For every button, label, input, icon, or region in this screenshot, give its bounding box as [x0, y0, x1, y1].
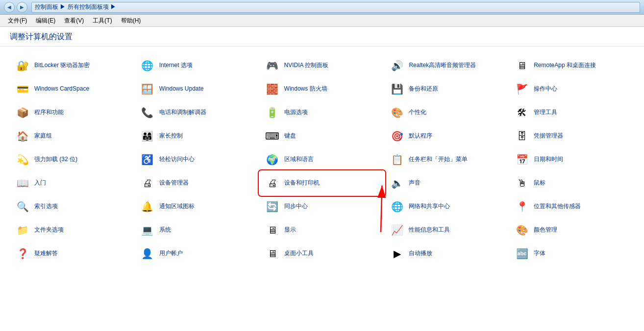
- control-item-43[interactable]: ▶自动播放: [384, 242, 509, 265]
- item-icon-4: 🖥: [514, 58, 530, 73]
- control-item-34[interactable]: 📍位置和其他传感器: [509, 195, 634, 218]
- control-item-40[interactable]: ❓疑难解答: [10, 242, 135, 265]
- menu-tools[interactable]: 工具(T): [89, 15, 116, 26]
- forward-button[interactable]: ▶: [17, 2, 27, 13]
- item-icon-43: ▶: [389, 246, 405, 261]
- item-label-21: 轻松访问中心: [159, 156, 195, 164]
- control-item-37[interactable]: 🖥显示: [260, 218, 385, 242]
- control-item-44[interactable]: 🔤字体: [509, 242, 634, 265]
- item-label-17: 键盘: [284, 132, 296, 140]
- control-item-7[interactable]: 🧱Windows 防火墙: [260, 77, 385, 101]
- control-item-20[interactable]: 💫强力卸载 (32 位): [10, 148, 135, 171]
- control-item-42[interactable]: 🖥桌面小工具: [260, 242, 385, 265]
- item-icon-10: 📦: [15, 105, 30, 120]
- control-item-15[interactable]: 🏠家庭组: [10, 124, 135, 148]
- control-item-17[interactable]: ⌨键盘: [260, 124, 385, 148]
- item-icon-38: 📈: [389, 222, 405, 238]
- item-icon-23: 📋: [389, 152, 405, 167]
- item-icon-44: 🔤: [514, 246, 530, 261]
- menu-edit[interactable]: 编辑(E): [32, 15, 59, 26]
- items-grid: 🔐BitLocker 驱动器加密🌐Internet 选项🎮NVIDIA 控制面板…: [10, 54, 634, 265]
- control-item-33[interactable]: 🌐网络和共享中心: [384, 195, 509, 218]
- control-item-29[interactable]: 🖱鼠标: [509, 171, 634, 195]
- control-item-32[interactable]: 🔄同步中心: [260, 195, 385, 218]
- control-item-24[interactable]: 📅日期和时间: [509, 148, 634, 171]
- item-icon-6: 🪟: [140, 81, 155, 97]
- control-item-14[interactable]: 🛠管理工具: [509, 101, 634, 124]
- item-label-31: 通知区域图标: [159, 203, 195, 211]
- control-item-35[interactable]: 📁文件夹选项: [10, 218, 135, 242]
- control-item-27[interactable]: 🖨设备和打印机: [260, 171, 385, 195]
- control-item-6[interactable]: 🪟Windows Update: [135, 77, 260, 101]
- control-item-23[interactable]: 📋任务栏和「开始」菜单: [384, 148, 509, 171]
- item-label-19: 凭据管理器: [534, 132, 563, 140]
- item-icon-27: 🖨: [265, 175, 280, 191]
- breadcrumb[interactable]: 控制面板 ▶ 所有控制面板项 ▶: [31, 2, 640, 13]
- control-item-28[interactable]: 🔈声音: [384, 171, 509, 195]
- item-label-8: 备份和还原: [409, 85, 438, 93]
- item-icon-14: 🛠: [514, 105, 530, 120]
- item-icon-21: ♿: [140, 152, 155, 167]
- control-item-13[interactable]: 🎨个性化: [384, 101, 509, 124]
- main-content: 🔐BitLocker 驱动器加密🌐Internet 选项🎮NVIDIA 控制面板…: [0, 47, 644, 329]
- control-item-1[interactable]: 🌐Internet 选项: [135, 54, 260, 77]
- control-item-18[interactable]: 🎯默认程序: [384, 124, 509, 148]
- item-icon-33: 🌐: [389, 199, 405, 214]
- control-item-38[interactable]: 📈性能信息和工具: [384, 218, 509, 242]
- control-item-8[interactable]: 💾备份和还原: [384, 77, 509, 101]
- item-icon-22: 🌍: [265, 152, 280, 167]
- item-label-5: Windows CardSpace: [34, 85, 89, 93]
- item-label-25: 入门: [34, 179, 46, 187]
- control-item-16[interactable]: 👨‍👩‍👧家长控制: [135, 124, 260, 148]
- control-item-10[interactable]: 📦程序和功能: [10, 101, 135, 124]
- item-icon-20: 💫: [15, 152, 30, 167]
- item-label-29: 鼠标: [534, 179, 545, 187]
- control-item-39[interactable]: 🎨颜色管理: [509, 218, 634, 242]
- item-label-34: 位置和其他传感器: [534, 203, 581, 211]
- control-item-25[interactable]: 📖入门: [10, 171, 135, 195]
- item-label-26: 设备管理器: [159, 179, 189, 187]
- item-label-15: 家庭组: [34, 132, 52, 140]
- item-label-36: 系统: [159, 226, 171, 234]
- control-item-11[interactable]: 📞电话和调制解调器: [135, 101, 260, 124]
- item-icon-16: 👨‍👩‍👧: [140, 128, 155, 144]
- item-label-37: 显示: [284, 226, 296, 234]
- item-label-32: 同步中心: [284, 203, 308, 211]
- menu-help[interactable]: 帮助(H): [117, 15, 145, 26]
- page-title: 调整计算机的设置: [10, 32, 634, 42]
- item-label-28: 声音: [409, 179, 421, 187]
- control-item-12[interactable]: 🔋电源选项: [260, 101, 385, 124]
- item-label-22: 区域和语言: [284, 156, 314, 164]
- item-label-10: 程序和功能: [34, 109, 64, 117]
- item-label-4: RemoteApp 和桌面连接: [534, 62, 596, 70]
- control-item-30[interactable]: 🔍索引选项: [10, 195, 135, 218]
- back-button[interactable]: ◀: [4, 2, 15, 13]
- item-icon-35: 📁: [15, 222, 30, 238]
- control-item-9[interactable]: 🚩操作中心: [509, 77, 634, 101]
- item-label-18: 默认程序: [409, 132, 432, 140]
- item-icon-17: ⌨: [265, 128, 280, 144]
- item-label-3: Realtek高清晰音频管理器: [409, 62, 476, 70]
- item-label-14: 管理工具: [534, 109, 557, 117]
- control-item-5[interactable]: 💳Windows CardSpace: [10, 77, 135, 101]
- item-icon-1: 🌐: [140, 58, 155, 73]
- control-item-19[interactable]: 🗄凭据管理器: [509, 124, 634, 148]
- control-item-26[interactable]: 🖨设备管理器: [135, 171, 260, 195]
- item-label-40: 疑难解答: [34, 250, 58, 258]
- item-icon-0: 🔐: [15, 58, 30, 73]
- control-item-22[interactable]: 🌍区域和语言: [260, 148, 385, 171]
- item-icon-7: 🧱: [265, 81, 280, 97]
- items-grid-wrapper: 🔐BitLocker 驱动器加密🌐Internet 选项🎮NVIDIA 控制面板…: [10, 54, 634, 265]
- control-item-2[interactable]: 🎮NVIDIA 控制面板: [260, 54, 385, 77]
- menu-file[interactable]: 文件(F): [4, 15, 31, 26]
- control-item-3[interactable]: 🔊Realtek高清晰音频管理器: [384, 54, 509, 77]
- control-item-36[interactable]: 💻系统: [135, 218, 260, 242]
- control-item-31[interactable]: 🔔通知区域图标: [135, 195, 260, 218]
- control-item-0[interactable]: 🔐BitLocker 驱动器加密: [10, 54, 135, 77]
- control-item-41[interactable]: 👤用户帐户: [135, 242, 260, 265]
- control-item-21[interactable]: ♿轻松访问中心: [135, 148, 260, 171]
- control-item-4[interactable]: 🖥RemoteApp 和桌面连接: [509, 54, 634, 77]
- menu-view[interactable]: 查看(V): [60, 15, 88, 26]
- item-label-33: 网络和共享中心: [409, 203, 450, 211]
- menu-bar: 文件(F) 编辑(E) 查看(V) 工具(T) 帮助(H): [0, 15, 644, 27]
